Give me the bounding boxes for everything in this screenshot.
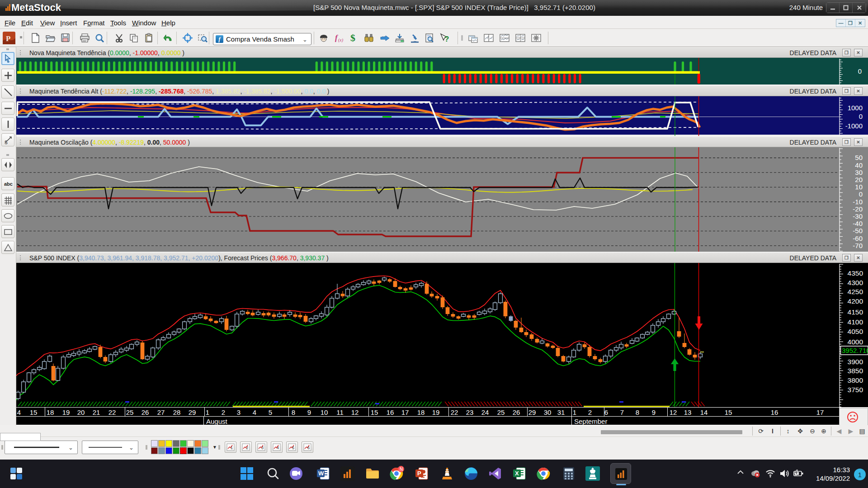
svg-text:4100: 4100 [848,318,863,326]
svg-text:-10: -10 [853,198,863,206]
svg-text:abc: abc [4,181,13,187]
svg-text:30: 30 [855,169,863,176]
svg-text:4350: 4350 [848,269,863,277]
svg-text:0: 0 [859,113,863,120]
svg-text:3850: 3850 [848,367,863,375]
svg-text:-70: -70 [853,242,863,249]
svg-text:3952.710: 3952.710 [842,347,868,354]
svg-text:$: $ [350,33,355,43]
svg-text:S: S [5,140,8,145]
svg-text:W: W [318,470,324,477]
svg-text:1000: 1000 [848,104,863,112]
svg-text:(x): (x) [338,38,344,43]
svg-text:3750: 3750 [848,386,863,394]
svg-text:4300: 4300 [848,279,863,286]
svg-text:3900: 3900 [848,358,863,366]
svg-text:0: 0 [859,190,863,198]
svg-text:P: P [417,470,421,477]
svg-text:X: X [515,470,519,477]
svg-text:4: 4 [277,446,279,450]
svg-text:20: 20 [855,176,863,183]
svg-text:-20: -20 [853,205,863,213]
svg-text:4150: 4150 [848,308,863,316]
svg-text:4250: 4250 [848,288,863,296]
svg-text:3800: 3800 [848,376,863,384]
svg-text:4000: 4000 [848,338,863,346]
svg-text:1: 1 [231,446,233,450]
svg-text:6: 6 [307,446,310,450]
svg-text:5: 5 [292,446,294,450]
svg-text:4200: 4200 [848,297,863,305]
svg-text:4050: 4050 [848,328,863,335]
svg-text:40: 40 [855,161,863,169]
svg-text:-50: -50 [853,227,863,235]
svg-text:-40: -40 [853,220,863,227]
svg-text:P: P [6,34,10,43]
svg-text:2: 2 [246,446,248,450]
svg-text:-30: -30 [853,212,863,220]
svg-text:N: N [400,467,403,472]
svg-text:?: ? [444,35,449,43]
svg-text:-60: -60 [853,235,863,242]
svg-text:3: 3 [261,446,264,450]
svg-text:-1000: -1000 [845,122,863,130]
svg-text:50: 50 [855,154,863,161]
svg-text:10: 10 [855,183,863,191]
svg-text:0: 0 [858,67,862,75]
